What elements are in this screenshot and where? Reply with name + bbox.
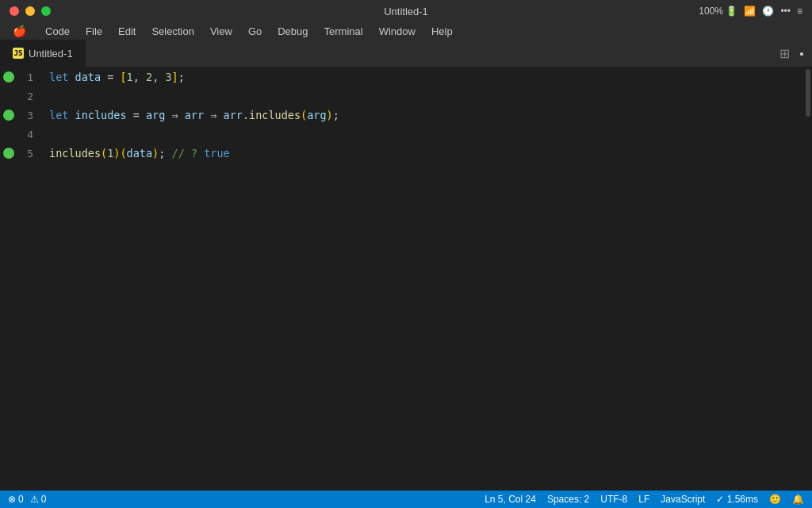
line-number-5: 5 xyxy=(17,148,33,160)
param-arr: arr xyxy=(185,109,204,121)
battery-percent: 100% 🔋 xyxy=(699,6,737,17)
method-includes: .includes xyxy=(243,109,301,121)
time-icon: 🕐 xyxy=(762,6,774,17)
menubar: 🍎 Code File Edit Selection View Go Debug… xyxy=(0,22,812,40)
comment-question: // ? xyxy=(172,147,205,160)
line-number-2: 2 xyxy=(17,90,33,102)
menu-debug[interactable]: Debug xyxy=(271,24,314,39)
code-line-5: includes ( 1 ) ( data ) ; // ? true xyxy=(49,144,812,163)
param-data: data xyxy=(127,147,153,160)
dot-indicator: ● xyxy=(798,48,806,60)
menu-edit[interactable]: Edit xyxy=(112,24,142,39)
menu-view[interactable]: View xyxy=(204,24,239,39)
window-title: Untitled-1 xyxy=(384,6,428,17)
more-icon[interactable]: ••• xyxy=(780,6,791,17)
maximize-button[interactable] xyxy=(41,6,51,16)
timing-info: ✓ 1.56ms xyxy=(716,494,758,505)
gutter-line-5: 5 xyxy=(0,144,40,163)
titlebar-right: 100% 🔋 📶 🕐 ••• ≡ xyxy=(699,6,802,17)
func-includes-call: includes xyxy=(49,147,101,160)
status-left: ⊗ 0 ⚠ 0 xyxy=(8,494,46,505)
no-breakpoint-4 xyxy=(3,129,14,140)
var-data: data xyxy=(75,71,102,83)
line-number-1: 1 xyxy=(17,71,33,83)
gutter-line-4: 4 xyxy=(0,125,40,144)
menu-icon[interactable]: ≡ xyxy=(797,6,802,17)
status-right: Ln 5, Col 24 Spaces: 2 UTF-8 LF JavaScri… xyxy=(485,494,804,505)
cursor-position[interactable]: Ln 5, Col 24 xyxy=(485,494,536,505)
line-number-4: 4 xyxy=(17,129,33,140)
tab-title: Untitled-1 xyxy=(29,48,73,60)
menu-help[interactable]: Help xyxy=(425,24,459,39)
param-arr-2: arr xyxy=(224,109,243,121)
error-icon: ⊗ xyxy=(8,494,16,505)
keyword-let-1: let xyxy=(49,71,68,83)
titlebar: Untitled-1 100% 🔋 📶 🕐 ••• ≡ xyxy=(0,0,812,22)
menu-go[interactable]: Go xyxy=(242,24,268,39)
code-line-3: let includes = arg ⇒ arr ⇒ arr .includes… xyxy=(49,106,812,125)
error-count[interactable]: ⊗ 0 xyxy=(8,494,24,505)
keyword-let-3: let xyxy=(49,109,68,121)
editor-tab[interactable]: JS Untitled-1 xyxy=(0,40,86,67)
gutter-line-1: 1 xyxy=(0,67,40,87)
smiley-icon[interactable]: 🙂 xyxy=(769,494,781,505)
tabbar: JS Untitled-1 ⊞ ● xyxy=(0,40,812,67)
code-line-4 xyxy=(49,125,812,144)
minimize-button[interactable] xyxy=(25,6,35,16)
warning-count[interactable]: ⚠ 0 xyxy=(30,494,47,505)
code-line-1: let data = [ 1 , 2 , 3 ] ; xyxy=(49,67,812,87)
menu-selection[interactable]: Selection xyxy=(145,24,200,39)
menu-code[interactable]: Code xyxy=(39,24,76,39)
editor[interactable]: 1 2 3 4 5 let data = [ 1 xyxy=(0,67,812,491)
code-content[interactable]: let data = [ 1 , 2 , 3 ] ; let includes … xyxy=(40,67,812,491)
js-icon: JS xyxy=(13,48,24,59)
code-line-2 xyxy=(49,87,812,106)
close-button[interactable] xyxy=(10,6,19,16)
scrollbar-thumb[interactable] xyxy=(806,69,810,117)
gutter-line-2: 2 xyxy=(0,87,40,106)
menu-terminal[interactable]: Terminal xyxy=(318,24,370,39)
menu-window[interactable]: Window xyxy=(373,24,422,39)
encoding-info[interactable]: UTF-8 xyxy=(600,494,627,505)
traffic-lights xyxy=(10,6,51,16)
eol-info[interactable]: LF xyxy=(638,494,649,505)
breakpoint-5[interactable] xyxy=(3,148,14,159)
menu-file[interactable]: File xyxy=(79,24,109,39)
param-arg-2: arg xyxy=(307,109,326,121)
statusbar: ⊗ 0 ⚠ 0 Ln 5, Col 24 Spaces: 2 UTF-8 LF … xyxy=(0,491,812,508)
wifi-icon: 📶 xyxy=(744,6,756,17)
scrollbar[interactable] xyxy=(804,67,812,491)
param-arg: arg xyxy=(146,109,165,121)
bell-icon[interactable]: 🔔 xyxy=(792,494,804,505)
apple-menu[interactable]: 🍎 xyxy=(6,23,33,39)
var-includes: includes xyxy=(75,109,127,121)
breakpoint-1[interactable] xyxy=(3,71,14,83)
spaces-info[interactable]: Spaces: 2 xyxy=(547,494,589,505)
language-info[interactable]: JavaScript xyxy=(661,494,705,505)
breakpoint-3[interactable] xyxy=(3,110,14,121)
tabbar-actions: ⊞ ● xyxy=(778,44,812,63)
warning-icon: ⚠ xyxy=(30,494,39,505)
line-number-3: 3 xyxy=(17,110,33,121)
bool-true: true xyxy=(204,147,230,160)
gutter-line-3: 3 xyxy=(0,106,40,125)
split-editor-icon[interactable]: ⊞ xyxy=(778,44,791,63)
line-gutter: 1 2 3 4 5 xyxy=(0,67,40,491)
no-breakpoint-2 xyxy=(3,90,14,102)
